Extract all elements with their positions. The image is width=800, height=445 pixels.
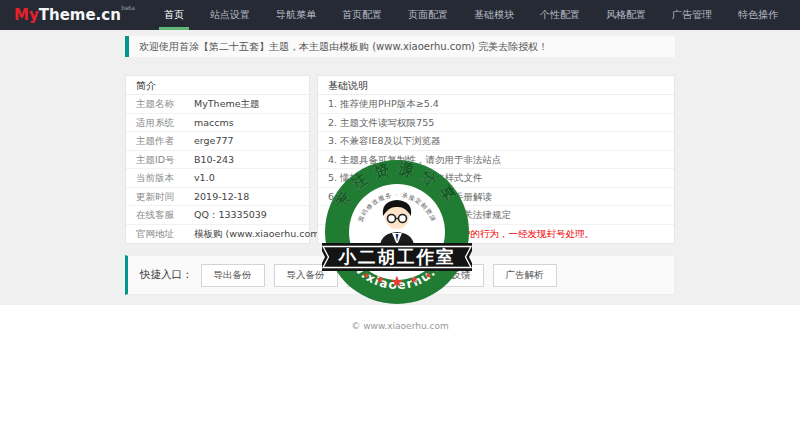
- svg-text:★: ★: [376, 274, 385, 285]
- svg-text:★: ★: [424, 271, 431, 280]
- note-item: 3. 不兼容IE8及以下浏览器: [318, 132, 674, 151]
- nav-item[interactable]: 站点设置: [197, 0, 263, 30]
- info-label: 主题名称: [136, 99, 194, 109]
- page: MyTheme.cn beta 首页站点设置导航菜单首页配置页面配置基础模块个性…: [0, 0, 800, 445]
- info-label: 在线客服: [136, 210, 194, 220]
- welcome-alert: 欢迎使用首涂【第二十五套】主题，本主题由模板购 (www.xiaoerhu.co…: [125, 36, 675, 57]
- brand-logo-secondary: Theme.cn: [39, 6, 121, 24]
- info-value: erge777: [194, 136, 234, 146]
- info-label: 适用系统: [136, 118, 194, 128]
- nav-right: 我的▼ 前台: [791, 0, 800, 30]
- info-row: 主题作者 erge777: [126, 132, 309, 151]
- info-row: 主题ID号 B10-243: [126, 151, 309, 170]
- nav-item[interactable]: 页面配置: [395, 0, 461, 30]
- nav-item[interactable]: 个性配置: [527, 0, 593, 30]
- info-value: MyTheme主题: [194, 99, 260, 109]
- nav-item[interactable]: 首页: [151, 0, 197, 30]
- note-item: 2. 主题文件读写权限755: [318, 114, 674, 133]
- brand-logo-primary: My: [14, 6, 39, 24]
- nav-item[interactable]: 风格配置: [593, 0, 659, 30]
- info-value: B10-243: [194, 155, 234, 165]
- svg-text:★: ★: [410, 274, 419, 285]
- stamp-svg: 专注资源分享 www.xiaoerhu.com 源码修改服务 · 承接定制资源: [322, 157, 472, 307]
- quickbar-label: 快捷入口：: [140, 268, 193, 282]
- info-label: 官网地址: [136, 229, 194, 240]
- info-label: 主题ID号: [136, 155, 194, 165]
- nav-item[interactable]: 特色操作: [725, 0, 791, 30]
- info-label: 主题作者: [136, 136, 194, 146]
- nav-item[interactable]: 基础模块: [461, 0, 527, 30]
- nav-item[interactable]: 广告管理: [659, 0, 725, 30]
- nav-item-my[interactable]: 我的▼: [791, 0, 800, 30]
- nav-item[interactable]: 导航菜单: [263, 0, 329, 30]
- info-value: QQ：13335039: [194, 210, 267, 220]
- info-row: 官网地址 模板购 (www.xiaoerhu.com): [126, 225, 309, 244]
- svg-text:★: ★: [362, 271, 369, 280]
- main-nav: 首页站点设置导航菜单首页配置页面配置基础模块个性配置风格配置广告管理特色操作: [151, 0, 791, 30]
- notes-panel-title: 基础说明: [318, 76, 674, 95]
- intro-panel-title: 简介: [126, 76, 309, 95]
- svg-text:★: ★: [390, 272, 404, 291]
- info-row: 适用系统 maccms: [126, 114, 309, 133]
- footer-copyright: © www.xiaoerhu.com: [0, 321, 800, 331]
- intro-rows: 主题名称 MyTheme主题 适用系统 maccms 主题作者 er: [126, 95, 309, 243]
- info-value: maccms: [194, 118, 234, 128]
- brand-logo[interactable]: MyTheme.cn beta: [14, 6, 135, 24]
- intro-panel: 简介 主题名称 MyTheme主题 适用系统 maccms: [125, 75, 310, 244]
- info-label: 更新时间: [136, 192, 194, 202]
- quick-button[interactable]: 广告解析: [493, 264, 557, 287]
- info-row: 主题名称 MyTheme主题: [126, 95, 309, 114]
- stamp-banner-text: 小二胡工作室: [338, 247, 456, 267]
- quick-button[interactable]: 导出备份: [201, 264, 265, 287]
- info-row: 在线客服 QQ：13335039: [126, 206, 309, 225]
- brand-beta-badge: beta: [121, 4, 135, 11]
- top-navbar: MyTheme.cn beta 首页站点设置导航菜单首页配置页面配置基础模块个性…: [0, 0, 800, 30]
- stamp-banner: 小二胡工作室: [322, 243, 472, 271]
- info-value: 模板购 (www.xiaoerhu.com): [194, 229, 323, 240]
- note-item: 1. 推荐使用PHP版本≥5.4: [318, 95, 674, 114]
- info-row: 更新时间 2019-12-18: [126, 188, 309, 207]
- info-label: 当前版本: [136, 173, 194, 183]
- info-row: 当前版本 v1.0: [126, 169, 309, 188]
- xiaoerhu-stamp: 专注资源分享 www.xiaoerhu.com 源码修改服务 · 承接定制资源: [322, 157, 472, 307]
- info-value: 2019-12-18: [194, 192, 249, 202]
- info-value: v1.0: [194, 173, 215, 183]
- nav-item[interactable]: 首页配置: [329, 0, 395, 30]
